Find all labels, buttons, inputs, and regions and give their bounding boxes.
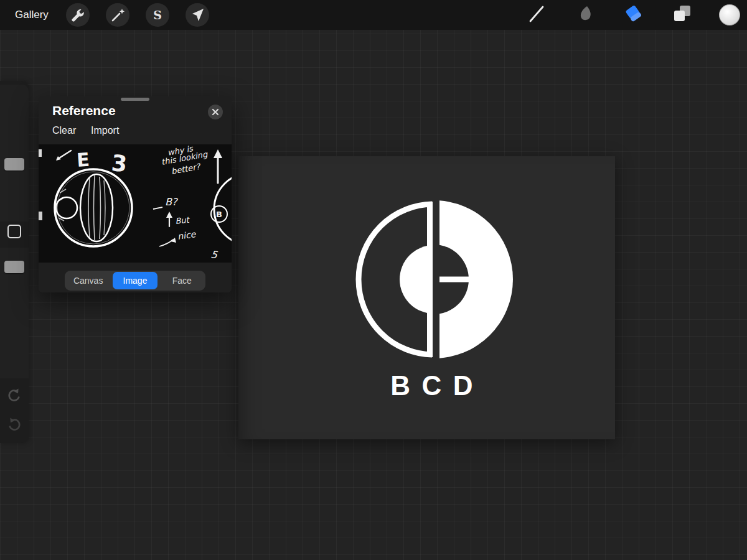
- magic-wand-icon: [109, 6, 126, 24]
- sketch-drawing: E 3 why is this looking better? B?: [39, 144, 232, 263]
- undo-button[interactable]: [7, 388, 22, 403]
- sketch-but: But: [175, 215, 191, 226]
- import-button[interactable]: Import: [91, 125, 119, 136]
- selection-button[interactable]: S: [146, 3, 169, 27]
- bcd-logo: [349, 195, 519, 364]
- transform-button[interactable]: [186, 3, 209, 27]
- adjustments-button[interactable]: [106, 3, 129, 27]
- color-swatch-button[interactable]: [719, 4, 740, 26]
- brush-size-handle[interactable]: [4, 158, 24, 170]
- panel-drag-handle[interactable]: [121, 98, 149, 101]
- sketch-b-question: B?: [165, 196, 178, 208]
- modify-button[interactable]: [7, 225, 21, 238]
- reference-panel: Reference Clear Import E 3 why is this l…: [39, 96, 232, 292]
- paint-tool-button[interactable]: [526, 4, 547, 26]
- redo-button[interactable]: [7, 417, 22, 432]
- close-button[interactable]: [207, 104, 223, 120]
- layers-button[interactable]: [672, 4, 693, 26]
- tab-canvas[interactable]: Canvas: [66, 272, 110, 289]
- sketch-e: E: [76, 149, 90, 171]
- reference-image[interactable]: E 3 why is this looking better? B?: [39, 144, 232, 263]
- panel-title: Reference: [52, 103, 116, 118]
- actions-button[interactable]: [66, 3, 90, 27]
- sketch-b-circle: B: [216, 210, 222, 219]
- gallery-button[interactable]: Gallery: [15, 0, 49, 30]
- sketch-nice: nice: [177, 229, 197, 241]
- eraser-icon: [623, 3, 644, 27]
- arrow-cursor-icon: [189, 6, 206, 24]
- brush-sidebar: [0, 81, 29, 443]
- tab-face[interactable]: Face: [160, 272, 204, 289]
- sketch-three: 3: [110, 150, 128, 177]
- artwork-canvas[interactable]: BCD: [238, 156, 615, 439]
- erase-tool-button[interactable]: [623, 4, 644, 26]
- brush-size-slider[interactable]: [0, 85, 29, 222]
- brush-icon: [526, 3, 547, 27]
- redo-arrow-icon: [7, 423, 22, 434]
- layers-icon: [672, 3, 693, 27]
- smudge-tool-button[interactable]: [575, 4, 596, 26]
- clear-button[interactable]: Clear: [52, 125, 76, 136]
- logo-wordmark: BCD: [390, 370, 484, 401]
- smudge-finger-icon: [575, 3, 596, 27]
- reference-mode-tabs: Canvas Image Face: [65, 271, 205, 291]
- close-icon: [207, 111, 223, 122]
- opacity-handle[interactable]: [4, 261, 24, 273]
- selection-s-icon: S: [153, 9, 162, 21]
- undo-arrow-icon: [7, 394, 22, 404]
- sketch-five: 5: [210, 248, 218, 261]
- wrench-icon: [69, 6, 87, 24]
- top-toolbar: Gallery S: [0, 0, 747, 30]
- tab-image[interactable]: Image: [113, 272, 157, 289]
